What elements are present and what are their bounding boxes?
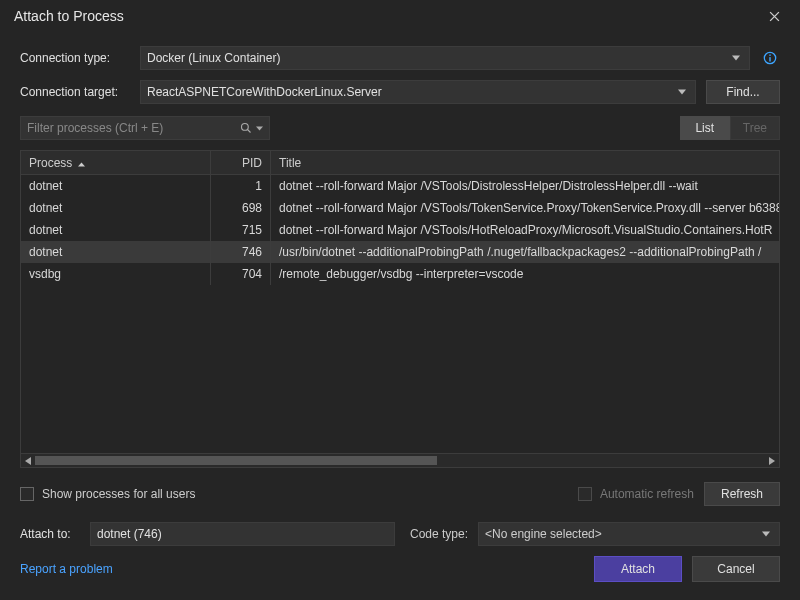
view-toggle: List Tree <box>680 116 780 140</box>
refresh-button[interactable]: Refresh <box>704 482 780 506</box>
list-view-button[interactable]: List <box>680 116 730 140</box>
search-icon <box>240 122 263 134</box>
close-icon[interactable] <box>758 6 790 26</box>
connection-target-dropdown[interactable]: ReactASPNETCoreWithDockerLinux.Server <box>140 80 696 104</box>
dialog-content: Connection type: Docker (Linux Container… <box>0 32 800 556</box>
cell-process: dotnet <box>21 241 211 263</box>
attach-button[interactable]: Attach <box>594 556 682 582</box>
svg-rect-1 <box>769 57 770 61</box>
connection-type-row: Connection type: Docker (Linux Container… <box>20 46 780 70</box>
horizontal-scrollbar[interactable] <box>21 453 779 467</box>
connection-target-value: ReactASPNETCoreWithDockerLinux.Server <box>147 85 382 99</box>
attach-to-value: dotnet (746) <box>97 527 162 541</box>
scroll-left-icon[interactable] <box>21 454 35 467</box>
table-row[interactable]: dotnet746/usr/bin/dotnet --additionalPro… <box>21 241 779 263</box>
table-row[interactable]: dotnet715dotnet --roll-forward Major /VS… <box>21 219 779 241</box>
cancel-button[interactable]: Cancel <box>692 556 780 582</box>
cell-title: dotnet --roll-forward Major /VSTools/Hot… <box>271 219 779 241</box>
sort-asc-icon <box>78 156 85 170</box>
svg-point-3 <box>242 124 249 131</box>
attach-to-input[interactable]: dotnet (746) <box>90 522 395 546</box>
dialog-footer: Report a problem Attach Cancel <box>0 556 800 600</box>
cell-pid: 715 <box>211 219 271 241</box>
automatic-refresh-label: Automatic refresh <box>600 487 694 501</box>
connection-type-dropdown[interactable]: Docker (Linux Container) <box>140 46 750 70</box>
code-type-dropdown[interactable]: <No engine selected> <box>478 522 780 546</box>
table-row[interactable]: dotnet1dotnet --roll-forward Major /VSTo… <box>21 175 779 197</box>
cell-process: dotnet <box>21 197 211 219</box>
attach-to-label: Attach to: <box>20 527 80 541</box>
connection-target-label: Connection target: <box>20 85 130 99</box>
options-row: Show processes for all users Automatic r… <box>20 482 780 506</box>
table-body: dotnet1dotnet --roll-forward Major /VSTo… <box>21 175 779 453</box>
code-type-label: Code type: <box>410 527 468 541</box>
connection-type-value: Docker (Linux Container) <box>147 51 280 65</box>
attach-to-process-dialog: Attach to Process Connection type: Docke… <box>0 0 800 600</box>
filter-row: Filter processes (Ctrl + E) List Tree <box>20 116 780 140</box>
cell-process: dotnet <box>21 219 211 241</box>
cell-pid: 698 <box>211 197 271 219</box>
window-title: Attach to Process <box>14 8 124 24</box>
automatic-refresh-checkbox[interactable]: Automatic refresh <box>578 487 694 501</box>
titlebar: Attach to Process <box>0 0 800 32</box>
column-process[interactable]: Process <box>21 151 211 174</box>
cell-pid: 746 <box>211 241 271 263</box>
process-table: Process PID Title dotnet1dotnet --roll-f… <box>20 150 780 468</box>
cell-title: /usr/bin/dotnet --additionalProbingPath … <box>271 241 779 263</box>
cell-title: dotnet --roll-forward Major /VSTools/Dis… <box>271 175 779 197</box>
cell-title: /remote_debugger/vsdbg --interpreter=vsc… <box>271 263 779 285</box>
column-pid[interactable]: PID <box>211 151 271 174</box>
chevron-down-icon <box>675 85 689 99</box>
filter-input[interactable]: Filter processes (Ctrl + E) <box>20 116 270 140</box>
find-button[interactable]: Find... <box>706 80 780 104</box>
show-all-users-label: Show processes for all users <box>42 487 195 501</box>
connection-type-label: Connection type: <box>20 51 130 65</box>
column-title[interactable]: Title <box>271 151 779 174</box>
table-row[interactable]: vsdbg704/remote_debugger/vsdbg --interpr… <box>21 263 779 285</box>
table-row[interactable]: dotnet698dotnet --roll-forward Major /VS… <box>21 197 779 219</box>
show-all-users-checkbox[interactable]: Show processes for all users <box>20 487 195 501</box>
svg-line-4 <box>248 130 251 133</box>
code-type-value: <No engine selected> <box>485 527 602 541</box>
filter-placeholder: Filter processes (Ctrl + E) <box>27 121 163 135</box>
cell-process: vsdbg <box>21 263 211 285</box>
attach-fields-row: Attach to: dotnet (746) Code type: <No e… <box>20 522 780 546</box>
chevron-down-icon <box>759 527 773 541</box>
checkbox-icon <box>20 487 34 501</box>
svg-rect-2 <box>769 55 770 56</box>
cell-process: dotnet <box>21 175 211 197</box>
report-problem-link[interactable]: Report a problem <box>20 562 113 576</box>
cell-pid: 704 <box>211 263 271 285</box>
connection-target-row: Connection target: ReactASPNETCoreWithDo… <box>20 80 780 104</box>
table-header: Process PID Title <box>21 151 779 175</box>
info-icon[interactable] <box>760 48 780 68</box>
checkbox-icon <box>578 487 592 501</box>
scrollbar-thumb[interactable] <box>35 456 437 465</box>
cell-pid: 1 <box>211 175 271 197</box>
tree-view-button[interactable]: Tree <box>730 116 780 140</box>
scroll-right-icon[interactable] <box>765 454 779 467</box>
cell-title: dotnet --roll-forward Major /VSTools/Tok… <box>271 197 779 219</box>
chevron-down-icon <box>729 51 743 65</box>
